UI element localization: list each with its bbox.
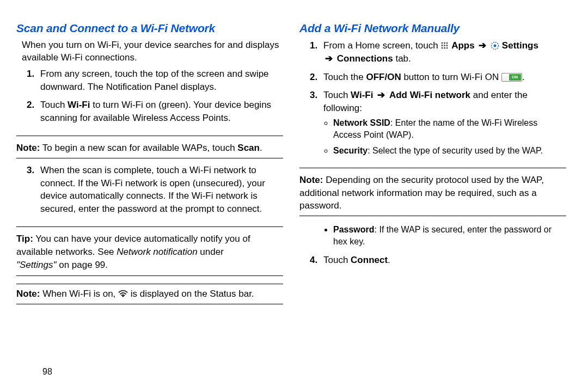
scan-label: Scan [237, 143, 260, 153]
left-steps-1-2: From any screen, touch the top of the sc… [22, 68, 283, 130]
wifi-label: Wi-Fi [68, 100, 90, 110]
text: under [198, 247, 224, 257]
text: . [522, 72, 525, 82]
connections-label: Connections [337, 53, 393, 64]
divider [299, 168, 566, 168]
offon-label: OFF/ON [366, 72, 401, 82]
text: on page 99. [57, 260, 108, 270]
left-step-1: From any screen, touch the top of the sc… [37, 68, 283, 94]
text: is displayed on the Status bar. [131, 289, 254, 299]
settings-label: Settings [502, 40, 538, 51]
text: button to turn Wi-Fi ON [401, 72, 501, 82]
svg-point-5 [444, 45, 445, 46]
divider [16, 158, 283, 158]
text: To begin a new scan for available WAPs, … [40, 143, 237, 153]
right-bullets-2: Password: If the WAP is secured, enter t… [323, 224, 566, 252]
svg-point-6 [446, 45, 448, 46]
text: Touch the [323, 72, 366, 82]
text: tab. [393, 53, 411, 64]
divider [16, 136, 283, 136]
bullet-password: Password: If the WAP is secured, enter t… [333, 224, 566, 247]
left-column: Scan and Connect to a Wi-Fi Network When… [16, 22, 283, 387]
right-step-2: Touch the OFF/ON button to turn Wi-Fi ON… [320, 71, 566, 84]
right-steps-4: Touch Connect. [305, 254, 566, 272]
left-tip: Tip: You can have your device automatica… [16, 232, 283, 271]
right-step-4: Touch Connect. [320, 254, 566, 267]
left-note-2: Note: When Wi-Fi is on, is displayed on … [16, 287, 283, 301]
arrow-icon: ➔ [323, 52, 334, 65]
svg-point-11 [494, 45, 497, 47]
text: : Select the type of security used by th… [367, 146, 543, 155]
divider [16, 275, 283, 276]
add-wifi-label: Add Wi-Fi network [389, 90, 470, 100]
settings-icon [491, 41, 499, 50]
left-heading: Scan and Connect to a Wi-Fi Network [16, 22, 283, 35]
svg-point-8 [444, 47, 445, 48]
right-bullets-1: Network SSID: Enter the name of the Wi-F… [323, 117, 566, 157]
apps-label: Apps [451, 40, 475, 51]
apps-icon [440, 41, 449, 50]
text: . [260, 143, 262, 153]
note-label: Note: [16, 289, 40, 299]
left-step-2: Touch Wi-Fi to turn Wi-Fi on (green). Yo… [37, 99, 283, 125]
tip-italic-1: Network notification [117, 247, 197, 257]
right-note: Note: Depending on the security protocol… [299, 174, 566, 212]
note-label: Note: [16, 143, 40, 153]
tip-label: Tip: [16, 234, 33, 244]
left-note-1: Note: To begin a new scan for available … [16, 142, 283, 155]
bullet-ssid: Network SSID: Enter the name of the Wi-F… [333, 117, 566, 140]
text: Depending on the security protocol used … [299, 175, 544, 211]
right-steps: From a Home screen, touch Apps ➔ Setting… [305, 39, 566, 162]
connect-label: Connect [351, 255, 388, 265]
manual-page: Scan and Connect to a Wi-Fi Network When… [0, 0, 588, 392]
left-steps-3: When the scan is complete, touch a Wi-Fi… [22, 164, 283, 221]
svg-point-2 [444, 42, 445, 44]
divider [16, 284, 283, 284]
svg-point-3 [446, 42, 448, 44]
text: Touch [40, 100, 68, 110]
page-number: 98 [42, 367, 52, 377]
text: From a Home screen, touch [323, 40, 440, 51]
divider [16, 226, 283, 227]
right-column: Add a Wi-Fi Network Manually From a Home… [299, 22, 566, 387]
toggle-knob: ON [509, 74, 521, 81]
svg-point-9 [446, 47, 448, 48]
toggle-on-icon: ON [501, 73, 522, 82]
password-label: Password [333, 225, 375, 234]
text: When Wi-Fi is on, [40, 289, 118, 299]
arrow-icon: ➔ [477, 39, 488, 52]
divider [16, 304, 283, 304]
right-step-1: From a Home screen, touch Apps ➔ Setting… [320, 39, 566, 65]
divider [299, 216, 566, 216]
right-heading: Add a Wi-Fi Network Manually [299, 22, 566, 35]
svg-point-7 [442, 47, 443, 48]
ssid-label: Network SSID [333, 118, 390, 127]
right-step-3: Touch Wi-Fi ➔ Add Wi-Fi network and ente… [320, 89, 566, 156]
left-intro: When you turn on Wi-Fi, your device sear… [22, 39, 283, 64]
text: Touch [323, 255, 351, 265]
svg-point-4 [442, 45, 443, 46]
tip-italic-2: "Settings" [16, 260, 57, 270]
left-step-3: When the scan is complete, touch a Wi-Fi… [37, 164, 283, 216]
bullet-security: Security: Select the type of security us… [333, 145, 566, 157]
arrow-icon: ➔ [376, 89, 387, 102]
wifi-icon [118, 290, 128, 298]
text: . [388, 255, 390, 265]
wifi-label: Wi-Fi [351, 90, 373, 100]
note-label: Note: [299, 175, 323, 185]
text: Touch [323, 90, 351, 100]
svg-point-1 [442, 42, 443, 44]
security-label: Security [333, 146, 367, 155]
